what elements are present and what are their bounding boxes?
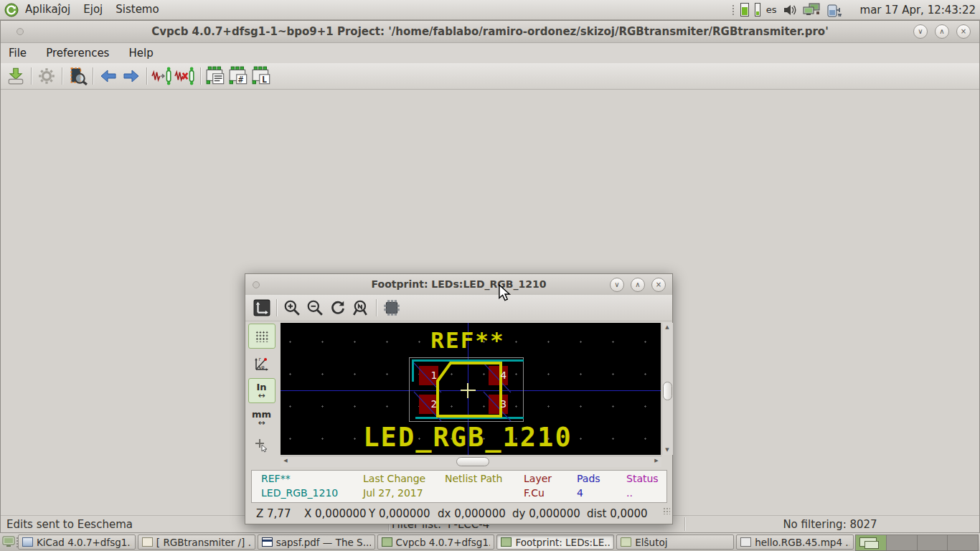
- pad-number: 1: [419, 366, 438, 385]
- power-icon[interactable]: [827, 3, 843, 17]
- desktop-top-panel: Aplikaĵoj Ejoj Sistemo es mar 17 Apr, 12…: [0, 0, 980, 20]
- viewer-toolbar: [245, 295, 672, 321]
- zoom-in-button[interactable]: [281, 297, 303, 319]
- taskbar-button[interactable]: hello.RGB.45.mp4 ...: [736, 534, 854, 550]
- canvas-vertical-scrollbar[interactable]: [661, 323, 673, 455]
- 3d-viewer-button[interactable]: [380, 297, 403, 319]
- info-header-pads: Pads: [577, 473, 600, 484]
- workspace-2[interactable]: [887, 535, 918, 550]
- dialog-title: Footprint: LEDs:LED_RGB_1210: [245, 274, 672, 295]
- units-mm-button[interactable]: mm ↔: [248, 405, 275, 430]
- zoom-origin-button[interactable]: [251, 297, 273, 319]
- delete-associations-button[interactable]: [174, 65, 197, 87]
- menu-preferences[interactable]: Preferences: [38, 43, 117, 63]
- applications-menu[interactable]: Aplikaĵoj: [19, 0, 77, 19]
- cvpcb-icon: [382, 537, 392, 547]
- workspace-1[interactable]: [856, 535, 887, 550]
- info-value-ref: LED_RGB_1210: [261, 487, 338, 499]
- taskbar-button[interactable]: KiCad 4.0.7+dfsg1...: [18, 534, 136, 550]
- desktop: Aplikaĵoj Ejoj Sistemo es mar 17 Apr, 12…: [0, 0, 980, 551]
- status-message: Edits sent to Eeschema: [6, 518, 133, 531]
- info-value-last-change: Jul 27, 2017: [363, 487, 423, 499]
- footprint-info-panel: REF** Last Change Netlist Path Layer Pad…: [251, 470, 667, 503]
- kicad-icon: [22, 537, 33, 547]
- redraw-button[interactable]: [326, 297, 349, 319]
- filter-by-keyword-button[interactable]: [204, 65, 227, 87]
- previous-component-button[interactable]: [97, 65, 120, 87]
- configure-paths-icon[interactable]: [35, 65, 58, 87]
- show-desktop-button[interactable]: [2, 536, 15, 550]
- taskbar-button[interactable]: [ RGBtransmiter /] ...: [138, 534, 255, 550]
- info-header-status: Status: [626, 473, 659, 484]
- system-menu[interactable]: Sistemo: [109, 0, 165, 19]
- svg-text:#: #: [238, 75, 244, 85]
- delta-x: dx 0,000000: [438, 507, 506, 520]
- taskbar-button-label: Footprint: LEDs:LE...: [515, 537, 610, 548]
- maximize-icon[interactable]: ∧: [935, 24, 949, 39]
- scrollbar-thumb[interactable]: [456, 457, 489, 466]
- battery-indicator-icon[interactable]: [740, 3, 749, 17]
- keyboard-layout-indicator[interactable]: es: [766, 4, 777, 15]
- info-header-last-change: Last Change: [363, 473, 425, 484]
- info-header-netlist-path: Netlist Path: [445, 473, 502, 484]
- view-footprint-button[interactable]: [66, 65, 89, 87]
- cursor-x: X 0,000000: [304, 507, 367, 520]
- svg-text:φ: φ: [261, 364, 265, 369]
- shade-icon[interactable]: ∨: [913, 24, 928, 39]
- pad-number: 2: [419, 395, 438, 414]
- scrollbar-thumb[interactable]: [663, 382, 672, 400]
- close-icon[interactable]: ×: [956, 24, 971, 39]
- pdf-icon: [262, 537, 273, 547]
- viewer-status-bar: Z 7,77 X 0,000000 Y 0,000000 dx 0,000000…: [245, 505, 672, 524]
- taskbar-button-label: [ RGBtransmiter /] ...: [156, 537, 251, 548]
- cursor-y: Y 0,000000: [369, 507, 430, 520]
- canvas-horizontal-scrollbar[interactable]: [281, 456, 661, 467]
- taskbar-button[interactable]: Cvpcb 4.0.7+dfsg1...: [377, 534, 495, 550]
- close-icon[interactable]: ×: [651, 278, 666, 292]
- taskbar-button[interactable]: Footprint: LEDs:LE...: [496, 534, 614, 550]
- network-icon[interactable]: [803, 3, 821, 17]
- video-icon: [740, 537, 751, 547]
- taskbar-button[interactable]: sapsf.pdf — The S...: [258, 534, 375, 550]
- battery-indicator-icon[interactable]: [755, 3, 760, 17]
- grid-icon: [255, 330, 268, 342]
- status-filtering: No filtering: 8027: [687, 518, 974, 531]
- zoom-out-button[interactable]: [303, 297, 326, 319]
- next-component-button[interactable]: [120, 65, 143, 87]
- grid-toggle-button[interactable]: [248, 324, 275, 349]
- taskbar-button[interactable]: Elŝutoj: [616, 534, 734, 550]
- cursor-shape-button[interactable]: [248, 433, 275, 458]
- taskbar: KiCad 4.0.7+dfsg1...[ RGBtransmiter /] .…: [0, 532, 980, 551]
- volume-icon[interactable]: [783, 4, 797, 17]
- polar-coordinates-button[interactable]: rφ: [248, 351, 275, 376]
- workspace-4[interactable]: [948, 535, 978, 550]
- places-menu[interactable]: Ejoj: [77, 0, 109, 19]
- footprint-canvas[interactable]: REF** 1 2 3 4 L: [281, 323, 661, 455]
- editor-icon: [142, 537, 153, 547]
- system-tray: es: [732, 3, 849, 17]
- dialog-titlebar[interactable]: Footprint: LEDs:LED_RGB_1210 ∨ ∧ ×: [245, 274, 672, 296]
- taskbar-button-label: hello.RGB.45.mp4 ...: [755, 537, 849, 548]
- menu-help[interactable]: Help: [121, 43, 161, 63]
- zoom-fit-button[interactable]: [349, 297, 372, 319]
- zoom-level: Z 7,77: [256, 507, 291, 520]
- resize-grip[interactable]: [663, 507, 670, 514]
- window-titlebar[interactable]: Cvpcb 4.0.7+dfsg1-1~bpo9+1 Project: '/ho…: [1, 21, 979, 43]
- distributor-logo-icon[interactable]: [4, 3, 19, 17]
- shade-icon[interactable]: ∨: [610, 278, 624, 292]
- left-right-arrow-icon: ↔: [258, 392, 265, 399]
- viewer-left-toolbar: rφ In ↔ mm ↔: [245, 321, 278, 467]
- filter-by-pin-count-button[interactable]: #: [227, 65, 250, 87]
- left-right-arrow-icon: ↔: [258, 419, 265, 426]
- units-inch-button[interactable]: In ↔: [248, 378, 275, 403]
- cursor-cross: [467, 383, 468, 398]
- menu-file[interactable]: File: [1, 43, 34, 63]
- clock[interactable]: mar 17 Apr, 12:43:22: [860, 4, 980, 17]
- auto-associate-button[interactable]: [151, 65, 174, 87]
- workspace-3[interactable]: [918, 535, 948, 550]
- maximize-icon[interactable]: ∧: [631, 278, 645, 292]
- footprint-viewer-dialog: Footprint: LEDs:LED_RGB_1210 ∨ ∧ ×: [245, 273, 673, 524]
- save-association-button[interactable]: [4, 65, 27, 87]
- folder-icon: [621, 537, 631, 547]
- filter-by-library-button[interactable]: L: [250, 65, 273, 87]
